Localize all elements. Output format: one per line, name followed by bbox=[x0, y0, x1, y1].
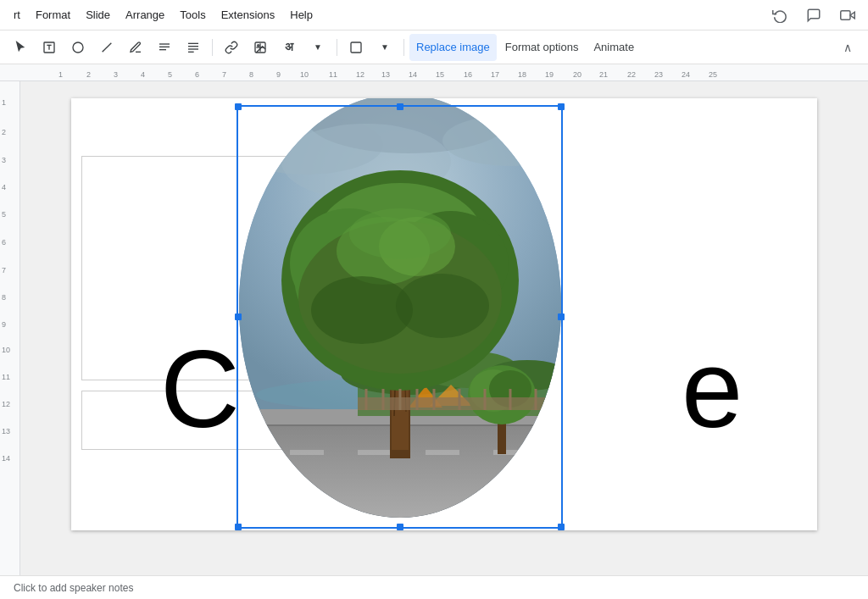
crop-dropdown-btn[interactable]: ▼ bbox=[371, 34, 398, 61]
animate-btn[interactable]: Animate bbox=[587, 34, 641, 61]
menu-rt[interactable]: rt bbox=[7, 5, 27, 25]
canvas-area[interactable]: C e bbox=[20, 81, 868, 575]
svg-point-57 bbox=[396, 274, 489, 338]
ruler-mark-8: 8 bbox=[249, 70, 253, 79]
ruler-mark-11: 11 bbox=[329, 70, 337, 79]
handle-br[interactable] bbox=[558, 524, 565, 530]
select-tool-btn[interactable] bbox=[7, 34, 34, 61]
replace-image-btn[interactable]: Replace image bbox=[409, 34, 497, 61]
svg-rect-11 bbox=[188, 46, 198, 47]
svg-rect-8 bbox=[159, 46, 170, 47]
h-ruler: 1 2 3 4 5 6 7 8 9 10 11 12 13 14 15 16 1… bbox=[0, 64, 868, 81]
toolbar-right: ∧ bbox=[834, 34, 861, 61]
svg-marker-0 bbox=[850, 12, 854, 19]
v-mark-13: 13 bbox=[2, 427, 10, 435]
image-container[interactable] bbox=[236, 98, 563, 522]
chat-icon[interactable] bbox=[800, 2, 827, 29]
v-mark-7: 7 bbox=[2, 266, 6, 275]
svg-rect-1 bbox=[841, 10, 850, 19]
toolbar: अ ▼ ▼ Replace image Format options Anima… bbox=[0, 31, 868, 64]
svg-rect-7 bbox=[159, 43, 170, 44]
add-image-btn[interactable] bbox=[247, 34, 274, 61]
format-options-btn[interactable]: Format options bbox=[498, 34, 586, 61]
v-mark-14: 14 bbox=[2, 454, 10, 463]
menu-arrange[interactable]: Arrange bbox=[119, 5, 171, 25]
handle-bm[interactable] bbox=[397, 524, 403, 530]
pencil-tool-btn[interactable] bbox=[122, 34, 149, 61]
menu-format[interactable]: Format bbox=[29, 5, 77, 25]
svg-rect-10 bbox=[188, 42, 198, 43]
svg-point-15 bbox=[258, 44, 259, 46]
v-mark-3: 3 bbox=[2, 156, 6, 164]
textbox-tool-btn[interactable] bbox=[36, 34, 63, 61]
main-area: 1 2 3 4 5 6 7 8 9 10 11 12 13 14 C e bbox=[0, 81, 868, 575]
ruler-mark-1: 1 bbox=[58, 70, 63, 79]
v-mark-10: 10 bbox=[2, 346, 10, 354]
v-mark-12: 12 bbox=[2, 400, 10, 408]
ruler-mark-12: 12 bbox=[356, 70, 364, 79]
ruler-mark-23: 23 bbox=[654, 70, 663, 79]
ruler-mark-22: 22 bbox=[627, 70, 636, 79]
text-lines-btn[interactable] bbox=[151, 34, 178, 61]
v-mark-5: 5 bbox=[2, 210, 6, 219]
ruler-mark-14: 14 bbox=[409, 70, 417, 79]
line-tool-btn[interactable] bbox=[93, 34, 120, 61]
shape-tool-btn[interactable] bbox=[64, 34, 92, 61]
text-dropdown-btn[interactable]: ▼ bbox=[304, 34, 331, 61]
tree-scene-svg bbox=[239, 98, 561, 518]
menu-tools[interactable]: Tools bbox=[173, 5, 212, 25]
svg-rect-12 bbox=[188, 48, 198, 49]
v-mark-9: 9 bbox=[2, 320, 6, 329]
slide-text-c: C bbox=[160, 325, 238, 452]
history-icon[interactable] bbox=[766, 2, 793, 29]
speaker-notes[interactable]: Click to add speaker notes bbox=[0, 575, 868, 599]
video-icon[interactable] bbox=[834, 2, 861, 29]
slide-text-e: e bbox=[682, 325, 741, 452]
ruler-mark-21: 21 bbox=[599, 70, 608, 79]
ruler-mark-18: 18 bbox=[518, 70, 526, 79]
svg-rect-18 bbox=[351, 42, 361, 53]
ruler-mark-24: 24 bbox=[682, 70, 690, 79]
crop-shape-btn[interactable] bbox=[342, 34, 370, 61]
v-mark-1: 1 bbox=[2, 98, 6, 107]
svg-rect-28 bbox=[358, 450, 392, 455]
menubar: rt Format Slide Arrange Tools Extensions… bbox=[0, 0, 868, 31]
link-btn[interactable] bbox=[218, 34, 245, 61]
svg-rect-9 bbox=[159, 49, 166, 50]
ruler-mark-6: 6 bbox=[195, 70, 199, 79]
v-ruler: 1 2 3 4 5 6 7 8 9 10 11 12 13 14 bbox=[0, 81, 20, 575]
ruler-mark-5: 5 bbox=[168, 70, 172, 79]
v-mark-6: 6 bbox=[2, 238, 6, 247]
ruler-mark-13: 13 bbox=[381, 70, 390, 79]
v-mark-8: 8 bbox=[2, 293, 6, 302]
slide[interactable]: C e bbox=[71, 98, 817, 530]
menu-help[interactable]: Help bbox=[283, 5, 320, 25]
ruler-mark-15: 15 bbox=[436, 70, 444, 79]
ruler-mark-16: 16 bbox=[464, 70, 472, 79]
ruler-mark-3: 3 bbox=[114, 70, 118, 79]
divider-2 bbox=[337, 39, 337, 56]
v-mark-4: 4 bbox=[2, 183, 6, 191]
hindi-text-btn[interactable]: अ bbox=[275, 34, 303, 61]
menu-slide[interactable]: Slide bbox=[79, 5, 117, 25]
menu-extensions[interactable]: Extensions bbox=[214, 5, 282, 25]
svg-rect-27 bbox=[290, 450, 324, 455]
menubar-right bbox=[766, 2, 861, 29]
ruler-mark-19: 19 bbox=[545, 70, 554, 79]
gap-lines-btn[interactable] bbox=[180, 34, 207, 61]
v-mark-2: 2 bbox=[2, 128, 6, 136]
ruler-mark-10: 10 bbox=[300, 70, 309, 79]
ruler-mark-4: 4 bbox=[141, 70, 145, 79]
ruler-mark-25: 25 bbox=[709, 70, 717, 79]
svg-rect-13 bbox=[188, 51, 194, 52]
ruler-mark-17: 17 bbox=[491, 70, 499, 79]
ruler-mark-7: 7 bbox=[222, 70, 226, 79]
divider-3 bbox=[403, 39, 404, 56]
ruler-mark-2: 2 bbox=[86, 70, 91, 79]
handle-bl[interactable] bbox=[235, 524, 242, 530]
speaker-notes-label: Click to add speaker notes bbox=[14, 582, 133, 594]
svg-rect-29 bbox=[426, 450, 459, 455]
ruler-mark-20: 20 bbox=[573, 70, 581, 79]
collapse-toolbar-btn[interactable]: ∧ bbox=[834, 34, 861, 61]
svg-line-6 bbox=[103, 42, 112, 52]
